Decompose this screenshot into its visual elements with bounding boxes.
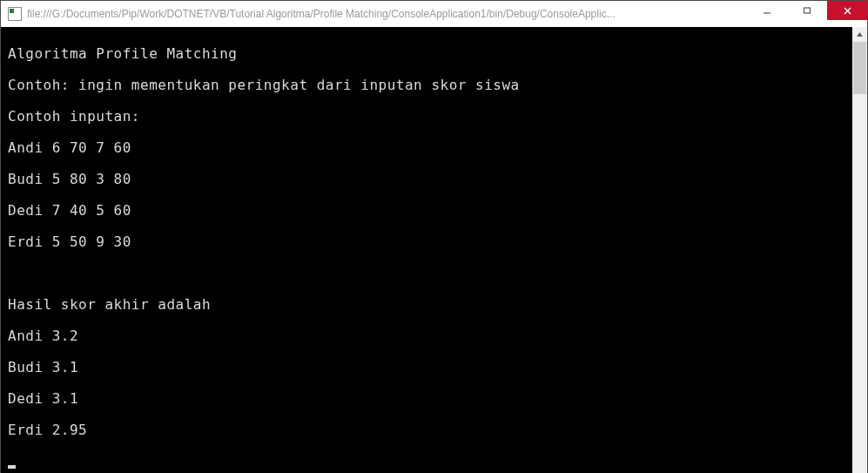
console-line: Dedi 3.1 [8, 391, 849, 407]
console-line [8, 266, 849, 281]
maximize-icon [803, 6, 811, 15]
console-window: file:///G:/Documents/Pip/Work/DOTNET/VB/… [0, 0, 868, 473]
console-line: Algoritma Profile Matching [8, 46, 849, 62]
svg-marker-4 [857, 32, 863, 37]
close-button[interactable] [827, 1, 867, 20]
console-line: Budi 3.1 [8, 360, 849, 375]
console-line: Andi 6 70 7 60 [8, 140, 849, 156]
console-line: Hasil skor akhir adalah [8, 297, 849, 313]
maximize-button[interactable] [787, 1, 827, 20]
close-icon [843, 6, 852, 16]
console-line: Andi 3.2 [8, 328, 849, 344]
console-line: Contoh inputan: [8, 109, 849, 125]
scrollbar-thumb[interactable] [853, 42, 866, 94]
cursor-icon [8, 465, 16, 469]
client-area: Algoritma Profile Matching Contoh: ingin… [1, 27, 867, 473]
minimize-icon [763, 6, 771, 15]
app-icon [8, 7, 22, 21]
vertical-scrollbar[interactable] [852, 27, 867, 473]
console-line: Budi 5 80 3 80 [8, 172, 849, 187]
console-line: Contoh: ingin mementukan peringkat dari … [8, 78, 849, 93]
titlebar[interactable]: file:///G:/Documents/Pip/Work/DOTNET/VB/… [1, 1, 867, 27]
svg-rect-1 [804, 8, 811, 13]
scrollbar-track[interactable] [852, 42, 867, 473]
console-cursor-line [8, 454, 849, 470]
console-line: Erdi 5 50 9 30 [8, 234, 849, 250]
window-title: file:///G:/Documents/Pip/Work/DOTNET/VB/… [27, 8, 747, 20]
console-line: Dedi 7 40 5 60 [8, 203, 849, 219]
minimize-button[interactable] [747, 1, 787, 20]
console-output[interactable]: Algoritma Profile Matching Contoh: ingin… [1, 27, 852, 473]
window-controls [747, 1, 867, 27]
scroll-up-button[interactable] [852, 27, 867, 42]
chevron-up-icon [856, 30, 864, 38]
console-line: Erdi 2.95 [8, 422, 849, 438]
